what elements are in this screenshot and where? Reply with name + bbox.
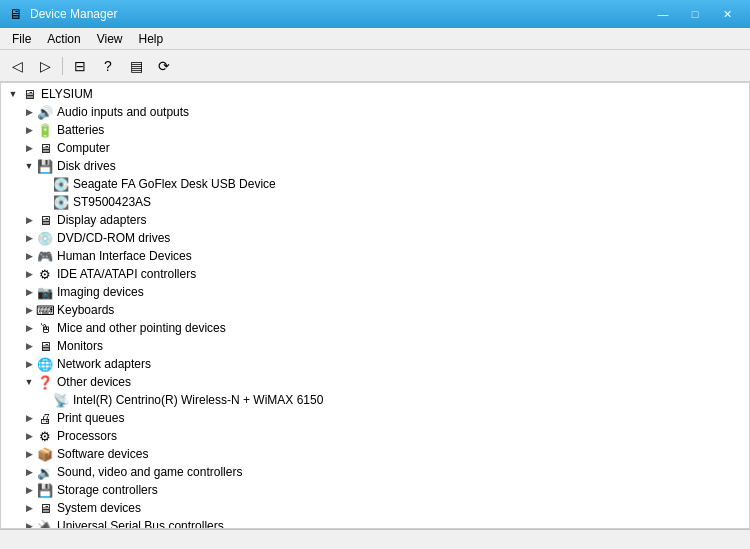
tree-item-sound[interactable]: ▶🔉Sound, video and game controllers: [1, 463, 749, 481]
item-label-audio: Audio inputs and outputs: [57, 105, 189, 119]
item-label-usb: Universal Serial Bus controllers: [57, 519, 224, 529]
tree-item-audio[interactable]: ▶🔊Audio inputs and outputs: [1, 103, 749, 121]
tree-item-usb[interactable]: ▶🔌Universal Serial Bus controllers: [1, 517, 749, 529]
item-icon-st9500: 💽: [53, 194, 69, 210]
expand-icon-display[interactable]: ▶: [21, 212, 37, 228]
item-icon-sysdev: 🖥: [37, 500, 53, 516]
expand-icon-sound[interactable]: ▶: [21, 464, 37, 480]
item-label-intel-wifi: Intel(R) Centrino(R) Wireless-N + WiMAX …: [73, 393, 323, 407]
tree-item-intel-wifi[interactable]: 📡Intel(R) Centrino(R) Wireless-N + WiMAX…: [1, 391, 749, 409]
item-icon-seagate: 💽: [53, 176, 69, 192]
tree-item-elysium[interactable]: ▼🖥ELYSIUM: [1, 85, 749, 103]
properties-button[interactable]: ⊟: [67, 54, 93, 78]
item-label-hid: Human Interface Devices: [57, 249, 192, 263]
tree-item-dvd[interactable]: ▶💿DVD/CD-ROM drives: [1, 229, 749, 247]
tree-item-hid[interactable]: ▶🎮Human Interface Devices: [1, 247, 749, 265]
maximize-button[interactable]: □: [680, 4, 710, 24]
expand-icon-usb[interactable]: ▶: [21, 518, 37, 529]
tree-item-imaging[interactable]: ▶📷Imaging devices: [1, 283, 749, 301]
expand-icon-software[interactable]: ▶: [21, 446, 37, 462]
tree-item-proc[interactable]: ▶⚙Processors: [1, 427, 749, 445]
expand-icon-intel-wifi: [37, 392, 53, 408]
item-label-seagate: Seagate FA GoFlex Desk USB Device: [73, 177, 276, 191]
item-icon-usb: 🔌: [37, 518, 53, 529]
expand-icon-mice[interactable]: ▶: [21, 320, 37, 336]
expand-icon-dvd[interactable]: ▶: [21, 230, 37, 246]
list-button[interactable]: ▤: [123, 54, 149, 78]
item-label-other: Other devices: [57, 375, 131, 389]
expand-icon-seagate: [37, 176, 53, 192]
tree-item-seagate[interactable]: 💽Seagate FA GoFlex Desk USB Device: [1, 175, 749, 193]
status-bar: [0, 529, 750, 549]
tree-item-network[interactable]: ▶🌐Network adapters: [1, 355, 749, 373]
back-button[interactable]: ◁: [4, 54, 30, 78]
item-icon-proc: ⚙: [37, 428, 53, 444]
expand-icon-storage[interactable]: ▶: [21, 482, 37, 498]
expand-icon-hid[interactable]: ▶: [21, 248, 37, 264]
window-title: Device Manager: [30, 7, 648, 21]
item-icon-software: 📦: [37, 446, 53, 462]
forward-button[interactable]: ▷: [32, 54, 58, 78]
expand-icon-other[interactable]: ▼: [21, 374, 37, 390]
item-icon-dvd: 💿: [37, 230, 53, 246]
item-label-network: Network adapters: [57, 357, 151, 371]
window-controls: — □ ✕: [648, 4, 742, 24]
item-label-sound: Sound, video and game controllers: [57, 465, 242, 479]
item-label-sysdev: System devices: [57, 501, 141, 515]
tree-item-monitors[interactable]: ▶🖥Monitors: [1, 337, 749, 355]
menu-file[interactable]: File: [4, 30, 39, 48]
item-icon-monitors: 🖥: [37, 338, 53, 354]
tree-item-computer[interactable]: ▶🖥Computer: [1, 139, 749, 157]
tree-item-sysdev[interactable]: ▶🖥System devices: [1, 499, 749, 517]
expand-icon-diskdrives[interactable]: ▼: [21, 158, 37, 174]
tree-item-batteries[interactable]: ▶🔋Batteries: [1, 121, 749, 139]
minimize-button[interactable]: —: [648, 4, 678, 24]
item-label-ide: IDE ATA/ATAPI controllers: [57, 267, 196, 281]
item-icon-storage: 💾: [37, 482, 53, 498]
menu-action[interactable]: Action: [39, 30, 88, 48]
item-label-storage: Storage controllers: [57, 483, 158, 497]
refresh-button[interactable]: ⟳: [151, 54, 177, 78]
tree-item-ide[interactable]: ▶⚙IDE ATA/ATAPI controllers: [1, 265, 749, 283]
tree-item-display[interactable]: ▶🖥Display adapters: [1, 211, 749, 229]
item-icon-display: 🖥: [37, 212, 53, 228]
tree-item-mice[interactable]: ▶🖱Mice and other pointing devices: [1, 319, 749, 337]
item-icon-other: ❓: [37, 374, 53, 390]
tree-item-st9500[interactable]: 💽ST9500423AS: [1, 193, 749, 211]
help-button[interactable]: ?: [95, 54, 121, 78]
expand-icon-elysium[interactable]: ▼: [5, 86, 21, 102]
expand-icon-monitors[interactable]: ▶: [21, 338, 37, 354]
item-label-imaging: Imaging devices: [57, 285, 144, 299]
toolbar-separator-1: [62, 57, 63, 75]
item-label-elysium: ELYSIUM: [41, 87, 93, 101]
tree-item-storage[interactable]: ▶💾Storage controllers: [1, 481, 749, 499]
device-tree-panel[interactable]: ▼🖥ELYSIUM▶🔊Audio inputs and outputs▶🔋Bat…: [0, 82, 750, 529]
item-icon-elysium: 🖥: [21, 86, 37, 102]
tree-item-print[interactable]: ▶🖨Print queues: [1, 409, 749, 427]
expand-icon-sysdev[interactable]: ▶: [21, 500, 37, 516]
expand-icon-batteries[interactable]: ▶: [21, 122, 37, 138]
expand-icon-print[interactable]: ▶: [21, 410, 37, 426]
app-icon: 🖥: [8, 6, 24, 22]
item-label-display: Display adapters: [57, 213, 146, 227]
expand-icon-ide[interactable]: ▶: [21, 266, 37, 282]
item-icon-network: 🌐: [37, 356, 53, 372]
expand-icon-computer[interactable]: ▶: [21, 140, 37, 156]
tree-item-diskdrives[interactable]: ▼💾Disk drives: [1, 157, 749, 175]
item-label-batteries: Batteries: [57, 123, 104, 137]
item-icon-ide: ⚙: [37, 266, 53, 282]
expand-icon-imaging[interactable]: ▶: [21, 284, 37, 300]
item-icon-print: 🖨: [37, 410, 53, 426]
close-button[interactable]: ✕: [712, 4, 742, 24]
menu-help[interactable]: Help: [131, 30, 172, 48]
tree-item-software[interactable]: ▶📦Software devices: [1, 445, 749, 463]
expand-icon-proc[interactable]: ▶: [21, 428, 37, 444]
menu-view[interactable]: View: [89, 30, 131, 48]
tree-item-keyboards[interactable]: ▶⌨Keyboards: [1, 301, 749, 319]
item-label-dvd: DVD/CD-ROM drives: [57, 231, 170, 245]
item-label-proc: Processors: [57, 429, 117, 443]
tree-item-other[interactable]: ▼❓Other devices: [1, 373, 749, 391]
item-label-mice: Mice and other pointing devices: [57, 321, 226, 335]
expand-icon-network[interactable]: ▶: [21, 356, 37, 372]
expand-icon-audio[interactable]: ▶: [21, 104, 37, 120]
